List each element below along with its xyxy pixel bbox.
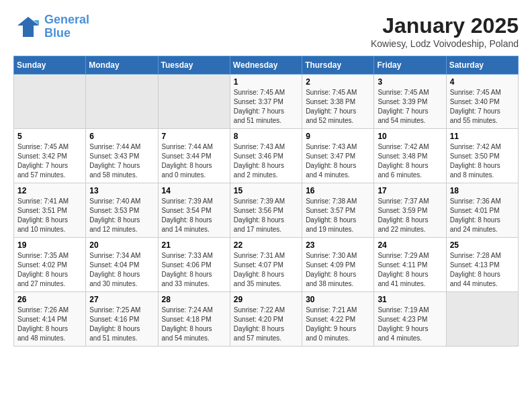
day-number: 12 bbox=[17, 186, 82, 195]
header-day: Saturday bbox=[446, 56, 518, 75]
calendar-cell: 18Sunrise: 7:36 AM Sunset: 4:01 PM Dayli… bbox=[446, 183, 518, 238]
day-info: Sunrise: 7:21 AM Sunset: 4:22 PM Dayligh… bbox=[306, 306, 370, 343]
calendar-week-row: 26Sunrise: 7:26 AM Sunset: 4:14 PM Dayli… bbox=[14, 292, 519, 347]
calendar-cell bbox=[86, 75, 158, 129]
logo-icon bbox=[13, 13, 40, 40]
day-info: Sunrise: 7:42 AM Sunset: 3:50 PM Dayligh… bbox=[450, 142, 515, 180]
day-info: Sunrise: 7:29 AM Sunset: 4:11 PM Dayligh… bbox=[378, 251, 442, 289]
day-number: 3 bbox=[378, 77, 442, 87]
header-day: Thursday bbox=[302, 56, 374, 75]
day-number: 10 bbox=[378, 132, 442, 141]
day-number: 24 bbox=[378, 240, 442, 250]
day-info: Sunrise: 7:35 AM Sunset: 4:02 PM Dayligh… bbox=[17, 251, 82, 289]
calendar-cell: 24Sunrise: 7:29 AM Sunset: 4:11 PM Dayli… bbox=[374, 238, 446, 292]
title-block: January 2025 Kowiesy, Lodz Voivodeship, … bbox=[371, 13, 519, 49]
day-number: 29 bbox=[234, 295, 298, 304]
day-number: 1 bbox=[234, 77, 298, 87]
day-info: Sunrise: 7:33 AM Sunset: 4:06 PM Dayligh… bbox=[162, 251, 226, 289]
calendar-cell bbox=[446, 292, 518, 347]
day-info: Sunrise: 7:42 AM Sunset: 3:48 PM Dayligh… bbox=[378, 142, 442, 180]
day-number: 19 bbox=[17, 240, 82, 250]
calendar-cell: 17Sunrise: 7:37 AM Sunset: 3:59 PM Dayli… bbox=[374, 183, 446, 238]
calendar-cell bbox=[158, 75, 230, 129]
day-number: 21 bbox=[162, 240, 226, 250]
calendar-cell: 1Sunrise: 7:45 AM Sunset: 3:37 PM Daylig… bbox=[230, 75, 302, 129]
calendar-cell: 4Sunrise: 7:45 AM Sunset: 3:40 PM Daylig… bbox=[446, 75, 518, 129]
calendar-cell: 31Sunrise: 7:19 AM Sunset: 4:23 PM Dayli… bbox=[374, 292, 446, 347]
header-day: Sunday bbox=[14, 56, 86, 75]
calendar-cell: 21Sunrise: 7:33 AM Sunset: 4:06 PM Dayli… bbox=[158, 238, 230, 292]
calendar-body: 1Sunrise: 7:45 AM Sunset: 3:37 PM Daylig… bbox=[14, 75, 519, 347]
calendar-cell: 11Sunrise: 7:42 AM Sunset: 3:50 PM Dayli… bbox=[446, 129, 518, 183]
day-number: 17 bbox=[378, 186, 442, 195]
calendar-week-row: 12Sunrise: 7:41 AM Sunset: 3:51 PM Dayli… bbox=[14, 183, 519, 238]
day-info: Sunrise: 7:22 AM Sunset: 4:20 PM Dayligh… bbox=[234, 306, 298, 343]
day-number: 18 bbox=[450, 186, 515, 195]
calendar-cell: 27Sunrise: 7:25 AM Sunset: 4:16 PM Dayli… bbox=[86, 292, 158, 347]
calendar-week-row: 19Sunrise: 7:35 AM Sunset: 4:02 PM Dayli… bbox=[14, 238, 519, 292]
calendar-cell: 29Sunrise: 7:22 AM Sunset: 4:20 PM Dayli… bbox=[230, 292, 302, 347]
day-number: 26 bbox=[17, 295, 82, 304]
day-info: Sunrise: 7:39 AM Sunset: 3:56 PM Dayligh… bbox=[234, 197, 298, 234]
day-number: 6 bbox=[89, 132, 154, 141]
calendar-cell: 28Sunrise: 7:24 AM Sunset: 4:18 PM Dayli… bbox=[158, 292, 230, 347]
day-number: 5 bbox=[17, 132, 82, 141]
day-info: Sunrise: 7:37 AM Sunset: 3:59 PM Dayligh… bbox=[378, 197, 442, 234]
calendar-cell: 20Sunrise: 7:34 AM Sunset: 4:04 PM Dayli… bbox=[86, 238, 158, 292]
day-number: 11 bbox=[450, 132, 515, 141]
calendar-table: SundayMondayTuesdayWednesdayThursdayFrid… bbox=[13, 56, 519, 347]
calendar-cell: 16Sunrise: 7:38 AM Sunset: 3:57 PM Dayli… bbox=[302, 183, 374, 238]
page-header: General Blue January 2025 Kowiesy, Lodz … bbox=[13, 13, 519, 49]
calendar-cell: 9Sunrise: 7:43 AM Sunset: 3:47 PM Daylig… bbox=[302, 129, 374, 183]
day-number: 27 bbox=[89, 295, 154, 304]
day-info: Sunrise: 7:24 AM Sunset: 4:18 PM Dayligh… bbox=[162, 306, 226, 343]
calendar-cell: 14Sunrise: 7:39 AM Sunset: 3:54 PM Dayli… bbox=[158, 183, 230, 238]
calendar-cell bbox=[14, 75, 86, 129]
calendar-cell: 19Sunrise: 7:35 AM Sunset: 4:02 PM Dayli… bbox=[14, 238, 86, 292]
day-info: Sunrise: 7:45 AM Sunset: 3:38 PM Dayligh… bbox=[306, 88, 370, 126]
calendar-cell: 13Sunrise: 7:40 AM Sunset: 3:53 PM Dayli… bbox=[86, 183, 158, 238]
logo: General Blue bbox=[13, 13, 89, 40]
subtitle: Kowiesy, Lodz Voivodeship, Poland bbox=[371, 38, 519, 49]
calendar-cell: 2Sunrise: 7:45 AM Sunset: 3:38 PM Daylig… bbox=[302, 75, 374, 129]
day-number: 23 bbox=[306, 240, 370, 250]
day-number: 9 bbox=[306, 132, 370, 141]
day-info: Sunrise: 7:45 AM Sunset: 3:39 PM Dayligh… bbox=[378, 88, 442, 126]
day-info: Sunrise: 7:44 AM Sunset: 3:43 PM Dayligh… bbox=[89, 142, 154, 180]
day-number: 30 bbox=[306, 295, 370, 304]
day-number: 28 bbox=[162, 295, 226, 304]
calendar-cell: 10Sunrise: 7:42 AM Sunset: 3:48 PM Dayli… bbox=[374, 129, 446, 183]
day-number: 22 bbox=[234, 240, 298, 250]
day-number: 25 bbox=[450, 240, 515, 250]
calendar-cell: 26Sunrise: 7:26 AM Sunset: 4:14 PM Dayli… bbox=[14, 292, 86, 347]
header-row: SundayMondayTuesdayWednesdayThursdayFrid… bbox=[14, 56, 519, 75]
day-info: Sunrise: 7:44 AM Sunset: 3:44 PM Dayligh… bbox=[162, 142, 226, 180]
header-day: Tuesday bbox=[158, 56, 230, 75]
day-info: Sunrise: 7:28 AM Sunset: 4:13 PM Dayligh… bbox=[450, 251, 515, 289]
day-info: Sunrise: 7:31 AM Sunset: 4:07 PM Dayligh… bbox=[234, 251, 298, 289]
day-info: Sunrise: 7:25 AM Sunset: 4:16 PM Dayligh… bbox=[89, 306, 154, 343]
day-info: Sunrise: 7:45 AM Sunset: 3:42 PM Dayligh… bbox=[17, 142, 82, 180]
day-info: Sunrise: 7:26 AM Sunset: 4:14 PM Dayligh… bbox=[17, 306, 82, 343]
day-info: Sunrise: 7:45 AM Sunset: 3:37 PM Dayligh… bbox=[234, 88, 298, 126]
calendar-week-row: 1Sunrise: 7:45 AM Sunset: 3:37 PM Daylig… bbox=[14, 75, 519, 129]
day-info: Sunrise: 7:38 AM Sunset: 3:57 PM Dayligh… bbox=[306, 197, 370, 234]
day-info: Sunrise: 7:41 AM Sunset: 3:51 PM Dayligh… bbox=[17, 197, 82, 234]
day-info: Sunrise: 7:39 AM Sunset: 3:54 PM Dayligh… bbox=[162, 197, 226, 234]
day-info: Sunrise: 7:19 AM Sunset: 4:23 PM Dayligh… bbox=[378, 306, 442, 343]
day-number: 20 bbox=[89, 240, 154, 250]
calendar-cell: 15Sunrise: 7:39 AM Sunset: 3:56 PM Dayli… bbox=[230, 183, 302, 238]
day-number: 4 bbox=[450, 77, 515, 87]
calendar-week-row: 5Sunrise: 7:45 AM Sunset: 3:42 PM Daylig… bbox=[14, 129, 519, 183]
logo-text: General Blue bbox=[44, 13, 89, 40]
calendar-cell: 5Sunrise: 7:45 AM Sunset: 3:42 PM Daylig… bbox=[14, 129, 86, 183]
day-number: 14 bbox=[162, 186, 226, 195]
main-title: January 2025 bbox=[371, 13, 519, 38]
day-number: 31 bbox=[378, 295, 442, 304]
calendar-cell: 25Sunrise: 7:28 AM Sunset: 4:13 PM Dayli… bbox=[446, 238, 518, 292]
day-info: Sunrise: 7:34 AM Sunset: 4:04 PM Dayligh… bbox=[89, 251, 154, 289]
calendar-cell: 12Sunrise: 7:41 AM Sunset: 3:51 PM Dayli… bbox=[14, 183, 86, 238]
calendar-cell: 6Sunrise: 7:44 AM Sunset: 3:43 PM Daylig… bbox=[86, 129, 158, 183]
day-number: 7 bbox=[162, 132, 226, 141]
day-info: Sunrise: 7:43 AM Sunset: 3:46 PM Dayligh… bbox=[234, 142, 298, 180]
